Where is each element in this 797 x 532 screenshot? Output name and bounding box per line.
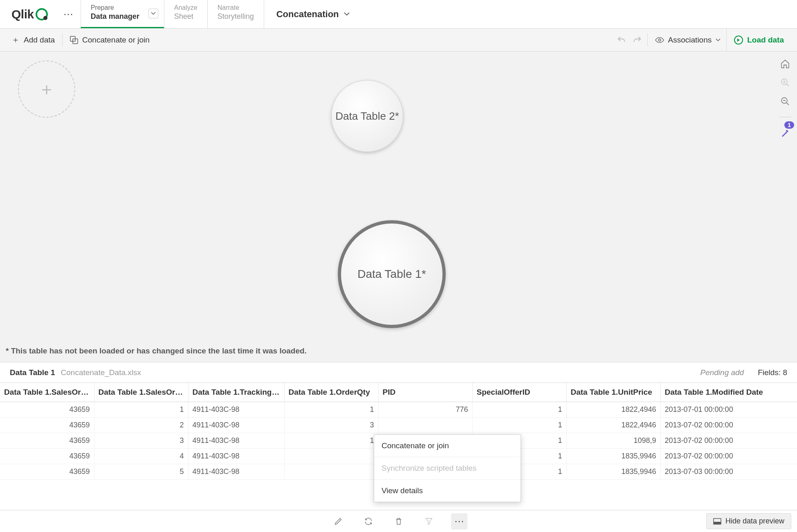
- table-cell: 43659: [0, 402, 94, 418]
- panel-icon: [713, 518, 721, 525]
- tab-small-label: Analyze: [174, 4, 198, 11]
- table-cell: 1: [472, 402, 566, 418]
- concatenate-icon: [70, 36, 78, 44]
- add-data-button[interactable]: ＋ Add data: [6, 31, 61, 49]
- table-cell: 2013-07-01 00:00:00: [660, 402, 797, 418]
- table-bubble-1[interactable]: Data Table 1*: [338, 220, 446, 328]
- tab-big-label: Storytelling: [218, 12, 254, 21]
- context-menu-item: Synchronize scripted tables: [374, 457, 521, 479]
- canvas-side-tools: 1: [779, 59, 791, 138]
- chevron-down-icon: [716, 38, 721, 42]
- table-cell: 43659: [0, 449, 94, 464]
- redo-button[interactable]: [629, 32, 646, 48]
- table-cell: 4911-403C-98: [188, 449, 284, 464]
- refresh-icon[interactable]: [360, 513, 377, 530]
- table-cell: [284, 449, 378, 464]
- app-title: Concatenation: [276, 9, 339, 20]
- table-cell: 43659: [0, 433, 94, 449]
- table-cell: 1: [472, 418, 566, 433]
- context-menu-item[interactable]: View details: [374, 479, 521, 502]
- divider: [647, 34, 648, 47]
- zoom-out-icon[interactable]: [780, 96, 790, 106]
- add-table-circle[interactable]: ＋: [18, 60, 75, 118]
- table-cell: 1835,9946: [566, 449, 660, 464]
- table-cell: 43659: [0, 464, 94, 480]
- table-cell: 2013-07-02 00:00:00: [660, 418, 797, 433]
- table-cell: 4911-403C-98: [188, 464, 284, 480]
- fields-count: Fields: 8: [758, 368, 787, 377]
- load-data-button[interactable]: Load data: [726, 29, 791, 51]
- more-icon[interactable]: ⋯: [451, 513, 467, 530]
- tab-analyze[interactable]: Analyze Sheet: [164, 0, 207, 28]
- context-menu-item[interactable]: Concatenate or join: [374, 435, 521, 457]
- plus-icon: ＋: [11, 34, 20, 45]
- chevron-down-icon[interactable]: [148, 9, 158, 18]
- table-cell: 3: [94, 433, 188, 449]
- recommendations-icon[interactable]: 1: [780, 128, 790, 138]
- play-icon: [734, 36, 743, 45]
- preview-table-name: Data Table 1: [10, 368, 55, 377]
- associations-canvas[interactable]: ＋ Data Table 2* Data Table 1* * This tab…: [0, 51, 797, 362]
- svg-rect-6: [714, 522, 721, 524]
- table-cell: [378, 418, 472, 433]
- table-cell: 1835,9946: [566, 464, 660, 480]
- table-cell: 4911-403C-98: [188, 418, 284, 433]
- edit-icon[interactable]: [330, 513, 346, 530]
- canvas-footnote: * This table has not been loaded or has …: [6, 346, 307, 355]
- column-header[interactable]: SpecialOfferID: [472, 383, 566, 402]
- table-cell: [284, 464, 378, 480]
- chevron-down-icon: [344, 12, 350, 16]
- tab-small-label: Narrate: [218, 4, 254, 11]
- label: Hide data preview: [725, 517, 784, 525]
- tab-big-label: Sheet: [174, 12, 198, 21]
- filter-icon[interactable]: [421, 513, 437, 530]
- table-cell: 1: [284, 433, 378, 449]
- undo-button[interactable]: [613, 32, 629, 48]
- table-cell: 1: [94, 402, 188, 418]
- table-cell: 1: [284, 402, 378, 418]
- tab-narrate[interactable]: Narrate Storytelling: [207, 0, 264, 28]
- column-header[interactable]: Data Table 1.Modified Date: [660, 383, 797, 402]
- table-row[interactable]: 4365914911-403C-98177611822,49462013-07-…: [0, 402, 797, 418]
- table-cell: 2013-07-03 00:00:00: [660, 464, 797, 480]
- badge-count: 1: [784, 121, 794, 129]
- table-cell: 4911-403C-98: [188, 402, 284, 418]
- column-header[interactable]: Data Table 1.Tracking…: [188, 383, 284, 402]
- column-header[interactable]: Data Table 1.SalesOr…: [0, 383, 94, 402]
- table-cell: 4911-403C-98: [188, 433, 284, 449]
- logo-text: Qlik: [11, 7, 34, 21]
- table-cell: 2013-07-02 00:00:00: [660, 433, 797, 449]
- home-icon[interactable]: [780, 59, 790, 69]
- table-bubble-2[interactable]: Data Table 2*: [331, 80, 403, 152]
- concatenate-button[interactable]: Concatenate or join: [64, 32, 155, 48]
- label: Load data: [747, 36, 784, 45]
- global-menu-button[interactable]: ⋯: [56, 0, 81, 28]
- app-title-dropdown[interactable]: Concatenation: [264, 0, 362, 28]
- associations-dropdown[interactable]: Associations: [649, 36, 727, 45]
- svg-point-2: [658, 39, 661, 41]
- hide-preview-button[interactable]: Hide data preview: [706, 513, 791, 529]
- table-row[interactable]: 4365924911-403C-98311822,49462013-07-02 …: [0, 418, 797, 433]
- preview-header: Data Table 1 Concatenate_Data.xlsx Pendi…: [0, 362, 797, 382]
- table-cell: 1822,4946: [566, 418, 660, 433]
- more-context-menu: Concatenate or joinSynchronize scripted …: [374, 434, 521, 502]
- zoom-in-icon[interactable]: [780, 78, 790, 87]
- column-header[interactable]: Data Table 1.OrderQty: [284, 383, 378, 402]
- table-cell: 4: [94, 449, 188, 464]
- pending-status: Pending add: [700, 368, 744, 377]
- table-cell: 2013-07-02 00:00:00: [660, 449, 797, 464]
- divider: [62, 34, 63, 47]
- column-header[interactable]: PID: [378, 383, 472, 402]
- column-header[interactable]: Data Table 1.SalesOr…: [94, 383, 188, 402]
- table-cell: 1822,4946: [566, 402, 660, 418]
- tab-prepare[interactable]: Prepare Data manager: [81, 0, 164, 28]
- table-cell: 3: [284, 418, 378, 433]
- label: Concatenate or join: [82, 36, 150, 45]
- eye-icon: [655, 36, 664, 45]
- logo-q-icon: [36, 8, 48, 20]
- table-cell: 5: [94, 464, 188, 480]
- top-navigation: Qlik ⋯ Prepare Data manager Analyze Shee…: [0, 0, 797, 29]
- delete-icon[interactable]: [391, 513, 407, 530]
- column-header[interactable]: Data Table 1.UnitPrice: [566, 383, 660, 402]
- table-cell: 1098,9: [566, 433, 660, 449]
